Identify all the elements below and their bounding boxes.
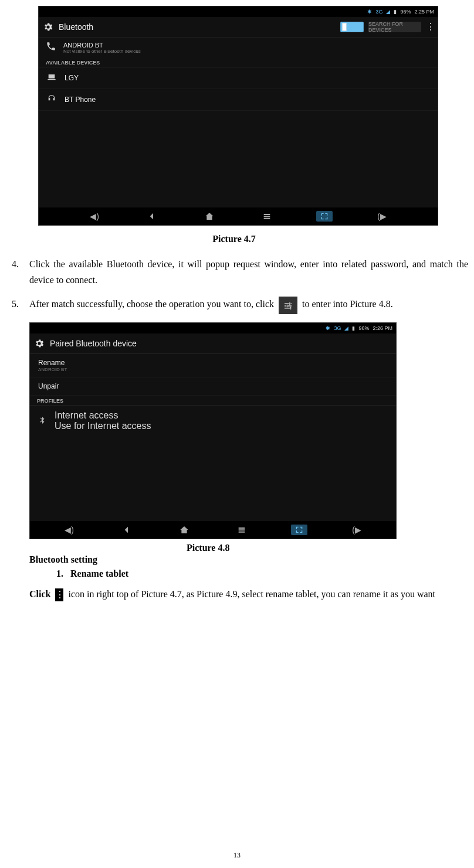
status-signal-icon: ◢ (344, 325, 348, 331)
bluetooth-setting-heading: Bluetooth setting (29, 554, 462, 565)
nav-volume-down-icon[interactable]: ◀) (61, 525, 77, 535)
nav-home-icon[interactable] (176, 525, 192, 535)
nav-volume-down-icon[interactable]: ◀) (86, 211, 103, 222)
rename-subtitle: ANDROID BT (38, 367, 388, 372)
nav-volume-up-icon[interactable]: (▶ (374, 211, 390, 222)
rename-tablet-paragraph: Click icon in right top of Picture 4.7, … (29, 585, 462, 604)
step-4: Click the available Bluetooth device, it… (21, 256, 468, 288)
step-5: After match successfully, choose the ope… (21, 296, 468, 314)
device-name: BT Phone (65, 96, 96, 104)
profile-row-internet[interactable]: Internet access Use for Internet access (30, 406, 396, 436)
phone-icon (46, 41, 56, 54)
rename-tablet-heading: 1. Rename tablet (56, 569, 462, 579)
status-bluetooth-icon: ✱ (367, 9, 372, 15)
status-bar: ✱ 3G ◢ ▮ 96% 2:26 PM (30, 323, 396, 333)
device-row-lgy[interactable]: LGY (39, 67, 438, 89)
settings-header: Paired Bluetooth device (30, 333, 396, 354)
search-devices-button[interactable]: SEARCH FOR DEVICES (368, 22, 421, 32)
overflow-menu-icon (55, 588, 63, 601)
status-3g: 3G (334, 325, 341, 331)
rename-para-rest: icon in right top of Picture 4.7, as Pic… (68, 589, 435, 599)
nav-home-icon[interactable] (201, 211, 218, 222)
page-number: 13 (0, 851, 474, 860)
nav-back-icon[interactable] (144, 211, 160, 222)
step-5-text-a: After match successfully, choose the ope… (29, 299, 276, 309)
sliders-settings-icon (279, 297, 297, 314)
sub-label: Rename tablet (70, 569, 128, 578)
settings-gear-icon[interactable] (42, 21, 54, 33)
caption-4-8: Picture 4.8 (187, 543, 468, 553)
nav-recent-icon[interactable] (233, 525, 250, 535)
nav-screenshot-icon[interactable] (291, 525, 307, 535)
status-battery-icon: ▮ (352, 325, 355, 331)
nav-recent-icon[interactable] (259, 211, 275, 222)
status-battery: 96% (400, 9, 411, 15)
page-title: Paired Bluetooth device (50, 339, 137, 348)
settings-gear-icon[interactable] (33, 338, 45, 349)
nav-bar: ◀) (▶ (30, 521, 396, 539)
unpair-row[interactable]: Unpair (30, 377, 396, 396)
caption-4-7: Picture 4.7 (0, 234, 468, 244)
nav-bar: ◀) (▶ (39, 207, 438, 225)
unpair-label: Unpair (38, 382, 388, 390)
status-bar: ✱ 3G ◢ ▮ 96% 2:25 PM (39, 6, 438, 17)
rename-row[interactable]: Rename ANDROID BT (30, 354, 396, 377)
my-device-subtitle: Not visible to other Bluetooth devices (63, 49, 141, 54)
sub-number: 1. (56, 569, 63, 578)
nav-volume-up-icon[interactable]: (▶ (348, 525, 365, 535)
status-battery: 96% (358, 325, 369, 331)
bluetooth-icon (38, 416, 46, 426)
status-battery-icon: ▮ (394, 9, 397, 15)
status-time: 2:26 PM (373, 325, 392, 331)
status-bluetooth-icon: ✱ (326, 325, 330, 331)
step-4-text: Click the available Bluetooth device, it… (29, 259, 468, 285)
steps-list: Click the available Bluetooth device, it… (6, 256, 468, 314)
step-5-text-b: to enter into Picture 4.8. (302, 299, 393, 309)
nav-back-icon[interactable] (118, 525, 135, 535)
profile-subtitle: Use for Internet access (55, 421, 151, 431)
screenshot-picture-4-8: ✱ 3G ◢ ▮ 96% 2:26 PM Paired Bluetooth de… (29, 322, 397, 539)
screenshot-picture-4-7: ✱ 3G ◢ ▮ 96% 2:25 PM Bluetooth SEARCH FO… (38, 6, 438, 226)
rename-label: Rename (38, 359, 388, 367)
headphones-icon (47, 94, 56, 105)
profile-title: Internet access (55, 410, 151, 421)
profiles-label: PROFILES (30, 396, 396, 406)
status-3g: 3G (375, 9, 382, 15)
status-signal-icon: ◢ (386, 9, 390, 15)
device-row-btphone[interactable]: BT Phone (39, 89, 438, 111)
my-device-name: ANDROID BT (63, 42, 141, 49)
settings-header: Bluetooth SEARCH FOR DEVICES ⋮ (39, 17, 438, 38)
device-name: LGY (65, 74, 79, 82)
available-devices-label: AVAILABLE DEVICES (39, 57, 438, 67)
bluetooth-toggle[interactable] (340, 22, 364, 32)
page-title: Bluetooth (59, 22, 93, 32)
laptop-icon (47, 72, 56, 84)
click-bold: Click (29, 589, 53, 599)
nav-screenshot-icon[interactable] (316, 211, 333, 222)
status-time: 2:25 PM (414, 9, 434, 15)
my-device-row[interactable]: ANDROID BT Not visible to other Bluetoot… (39, 38, 438, 57)
overflow-menu-icon[interactable]: ⋮ (426, 22, 433, 32)
